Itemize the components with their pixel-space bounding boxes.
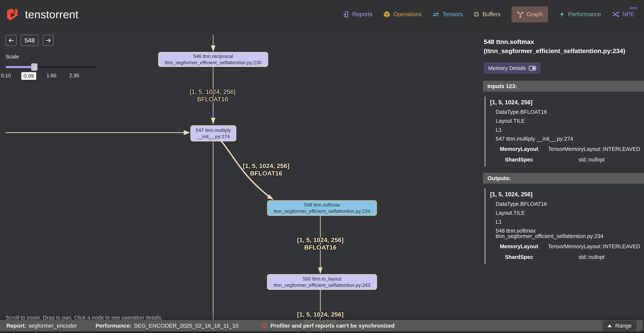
operation-navigation bbox=[6, 35, 54, 46]
tensor-producer[interactable]: 548 ttnn.softmax ttnn_segformer_efficien… bbox=[496, 228, 641, 239]
operation-title: 548 ttnn.softmax (ttnn_segformer_efficie… bbox=[484, 37, 637, 55]
nav-item-graph-active[interactable]: Graph bbox=[512, 6, 548, 22]
tensor-shape: [1, 5, 1024, 256] bbox=[490, 99, 641, 106]
shuffle-icon bbox=[612, 11, 620, 18]
top-navigation-bar: tenstorrent Reports Operations bbox=[0, 0, 644, 29]
tensor-memory: L1 bbox=[496, 127, 641, 133]
nav-item-tensors[interactable]: Tensors bbox=[432, 11, 463, 18]
memory-details-toggle-button[interactable]: Memory Details bbox=[484, 62, 540, 74]
error-circle-icon bbox=[261, 323, 268, 329]
scale-label: Scale bbox=[6, 54, 102, 60]
arrow-right-icon bbox=[45, 37, 52, 43]
toggle-switch-icon bbox=[529, 65, 536, 71]
tenstorrent-logo: tenstorrent bbox=[6, 7, 78, 22]
triangle-up-icon bbox=[608, 324, 612, 327]
nav-label: Tensors bbox=[442, 11, 463, 18]
slider-track-fill bbox=[6, 66, 34, 68]
warning-text: Profiler and perf reports can't be synch… bbox=[270, 323, 395, 329]
tenstorrent-logo-icon bbox=[6, 7, 21, 22]
memory-config-table: MemoryLayout TensorMemoryLayout::INTERLE… bbox=[490, 146, 635, 163]
node-title: 550 ttnn.to_layout bbox=[303, 276, 342, 282]
lightning-icon bbox=[559, 11, 565, 18]
input-tensor-card: [1, 5, 1024, 256] DataType.BFLOAT16 Layo… bbox=[484, 96, 641, 166]
table-row: ShardSpec std::nullopt bbox=[490, 254, 635, 260]
cube-icon bbox=[383, 11, 390, 18]
graph-node-548-softmax-selected[interactable]: 548 ttnn.softmax ttnn_segformer_efficien… bbox=[267, 200, 377, 216]
edge-label-546-547: [1, 5, 1024, 256] BFLOAT16 bbox=[190, 88, 236, 103]
edge-label-547-548: [1, 5, 1024, 256] BFLOAT16 bbox=[243, 162, 290, 177]
previous-operation-button[interactable] bbox=[6, 35, 16, 46]
nav-label: Performance bbox=[568, 11, 601, 18]
slider-handle[interactable] bbox=[31, 63, 38, 71]
edge-label-548-550: [1, 5, 1024, 256] BFLOAT16 bbox=[297, 236, 344, 251]
graph-node-547-multiply[interactable]: 547 ttnn.multiply __init__.py:274 bbox=[190, 125, 236, 141]
nav-label: NPE bbox=[622, 11, 634, 18]
nav-item-buffers[interactable]: Buffers bbox=[474, 11, 501, 18]
node-title: 548 ttnn.softmax bbox=[304, 202, 340, 208]
node-source: ttnn_segformer_efficient_selfattention.p… bbox=[274, 208, 370, 214]
inputs-section-header: Inputs 123: bbox=[483, 81, 644, 92]
performance-status: Performance: SEG_ENCODER_2025_02_16_18_1… bbox=[96, 323, 238, 329]
square-icon bbox=[474, 11, 480, 17]
app-window: tenstorrent Reports Operations bbox=[0, 0, 644, 333]
memory-details-label: Memory Details bbox=[488, 65, 526, 71]
node-source: ttnn_segformer_efficient_selfattention.p… bbox=[165, 59, 262, 66]
tensor-shape: [1, 5, 1024, 256] bbox=[490, 191, 641, 198]
node-title: 547 ttnn.multiply bbox=[196, 127, 231, 133]
table-row: ShardSpec std::nullopt bbox=[490, 157, 635, 163]
nav-item-reports[interactable]: Reports bbox=[342, 11, 372, 18]
graph-node-550-to-layout[interactable]: 550 ttnn.to_layout ttnn_segformer_effici… bbox=[267, 274, 377, 290]
sync-warning: Profiler and perf reports can't be synch… bbox=[261, 323, 395, 329]
logo-wordmark: tenstorrent bbox=[25, 8, 78, 21]
nav-label: Operations bbox=[393, 11, 422, 18]
node-title: 546 ttnn.reciprocal bbox=[193, 53, 233, 59]
tensor-datatype: DataType.BFLOAT16 bbox=[496, 201, 641, 207]
nav-item-npe[interactable]: NPE beta bbox=[612, 11, 634, 18]
nav-label: Reports bbox=[352, 11, 372, 18]
table-row: MemoryLayout TensorMemoryLayout::INTERLE… bbox=[490, 243, 635, 250]
scale-slider[interactable]: 0.10 0.85 1.60 2.35 0.99 bbox=[6, 65, 97, 72]
nav-item-operations[interactable]: Operations bbox=[383, 11, 422, 18]
report-status: Report: segformer_encoder bbox=[6, 323, 77, 329]
nav-item-performance[interactable]: Performance bbox=[559, 11, 601, 18]
node-source: __init__.py:274 bbox=[197, 133, 230, 140]
memory-config-table: MemoryLayout TensorMemoryLayout::INTERLE… bbox=[490, 243, 635, 260]
tensor-memory: L1 bbox=[496, 219, 641, 225]
table-row: MemoryLayout TensorMemoryLayout::INTERLE… bbox=[490, 146, 635, 152]
arrow-left-icon bbox=[8, 37, 14, 43]
next-operation-button[interactable] bbox=[43, 35, 54, 46]
output-tensor-card: [1, 5, 1024, 256] DataType.BFLOAT16 Layo… bbox=[484, 188, 641, 264]
graph-node-546-reciprocal[interactable]: 546 ttnn.reciprocal ttnn_segformer_effic… bbox=[158, 52, 268, 67]
tensor-producer[interactable]: 547 ttnn.multiply __init__.py:274 bbox=[496, 136, 641, 142]
range-button[interactable]: Range bbox=[603, 321, 636, 331]
operation-details-sidebar: 548 ttnn.softmax (ttnn_segformer_efficie… bbox=[477, 29, 644, 320]
document-icon bbox=[342, 11, 349, 18]
tensor-layout: Layout.TILE bbox=[496, 118, 641, 124]
npe-beta-badge: beta bbox=[630, 5, 637, 10]
tensor-layout: Layout.TILE bbox=[496, 210, 641, 216]
outputs-section-header: Outputs: bbox=[483, 173, 644, 184]
branch-icon bbox=[517, 11, 524, 18]
scale-value-badge: 0.99 bbox=[21, 72, 36, 80]
swap-arrows-icon bbox=[432, 11, 440, 18]
operation-number-input[interactable] bbox=[21, 35, 38, 46]
scale-panel: Scale 0.10 0.85 1.60 2.35 0.99 bbox=[6, 54, 102, 72]
tensor-datatype: DataType.BFLOAT16 bbox=[496, 109, 641, 115]
nav-label: Buffers bbox=[482, 11, 501, 18]
slider-tick-labels: 0.10 0.85 1.60 2.35 bbox=[6, 73, 97, 79]
status-bar: Report: segformer_encoder Performance: S… bbox=[0, 320, 643, 332]
main-nav: Reports Operations Tensors bbox=[342, 6, 644, 22]
nav-label: Graph bbox=[527, 11, 543, 18]
bottom-strip bbox=[0, 332, 644, 333]
node-source: ttnn_segformer_efficient_selfattention.p… bbox=[274, 282, 370, 288]
